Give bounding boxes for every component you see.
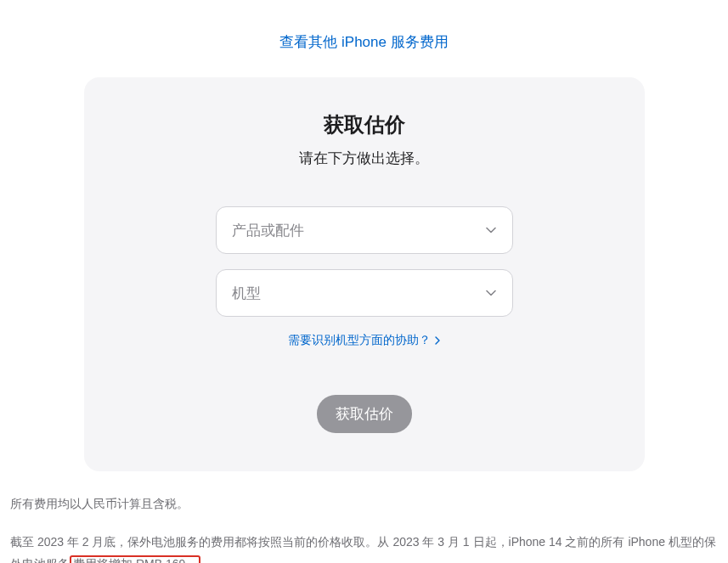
estimate-card: 获取估价 请在下方做出选择。 产品或配件 机型 需要识别机型方面的协助？ bbox=[84, 77, 645, 471]
identify-model-help-link[interactable]: 需要识别机型方面的协助？ bbox=[288, 333, 440, 348]
price-increase-highlight: 费用将增加 RMB 169。 bbox=[70, 555, 200, 563]
get-estimate-button[interactable]: 获取估价 bbox=[317, 395, 412, 433]
chevron-down-icon bbox=[485, 224, 497, 236]
help-link-wrapper: 需要识别机型方面的协助？ bbox=[118, 332, 611, 348]
top-link-wrapper: 查看其他 iPhone 服务费用 bbox=[8, 0, 720, 77]
product-select-placeholder: 产品或配件 bbox=[232, 221, 304, 240]
help-link-label: 需要识别机型方面的协助？ bbox=[288, 333, 431, 348]
card-title: 获取估价 bbox=[118, 111, 611, 138]
chevron-down-icon bbox=[485, 287, 497, 299]
model-select-placeholder: 机型 bbox=[232, 284, 261, 303]
footer-line-2: 截至 2023 年 2 月底，保外电池服务的费用都将按照当前的价格收取。从 20… bbox=[10, 531, 718, 563]
footer-text: 所有费用均以人民币计算且含税。 截至 2023 年 2 月底，保外电池服务的费用… bbox=[8, 493, 720, 563]
model-select[interactable]: 机型 bbox=[216, 269, 513, 317]
chevron-right-icon bbox=[435, 334, 440, 347]
product-select[interactable]: 产品或配件 bbox=[216, 206, 513, 254]
footer-line-1: 所有费用均以人民币计算且含税。 bbox=[10, 493, 718, 515]
card-subtitle: 请在下方做出选择。 bbox=[118, 149, 611, 168]
other-services-link[interactable]: 查看其他 iPhone 服务费用 bbox=[279, 34, 448, 50]
